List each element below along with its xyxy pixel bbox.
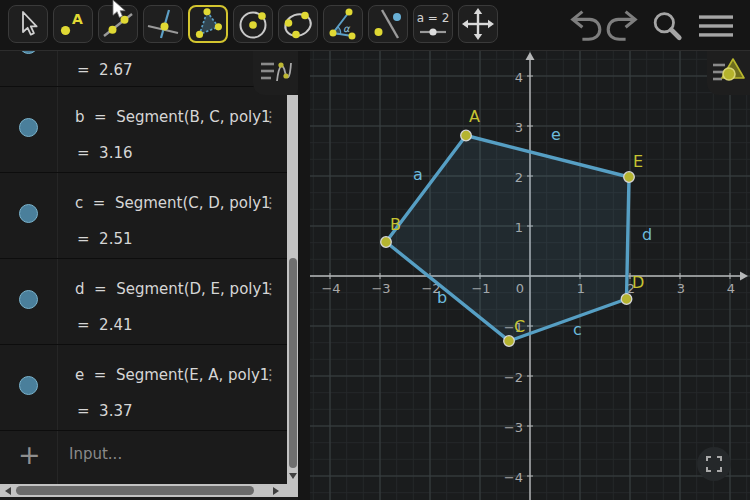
edge-label-d: d	[642, 225, 652, 244]
graphics-stylebar-button[interactable]	[707, 51, 750, 95]
algebra-row-d[interactable]: d = Segment(D, E, poly1 ⋮ = 2.41	[0, 259, 298, 345]
algebra-input[interactable]	[67, 444, 261, 464]
line-icon	[99, 6, 137, 42]
vertex-label-E: E	[633, 152, 643, 171]
value-a: = 2.67	[77, 61, 133, 79]
visibility-toggle-a[interactable]	[19, 51, 38, 54]
search-button[interactable]	[651, 9, 683, 43]
visibility-cell	[0, 87, 58, 172]
algebra-input-row[interactable]: +	[0, 431, 298, 484]
vertex-point-A[interactable]	[461, 130, 472, 141]
reflect-line-icon	[369, 6, 407, 42]
circle-center-point-icon	[234, 6, 272, 42]
item-menu-icon[interactable]: ⋮	[263, 194, 278, 212]
expression-cell	[58, 431, 298, 484]
graph-canvas[interactable]: −4−3−2−11234−4−3−2−112340abcdeABCDE	[310, 51, 750, 500]
x-tick-label: −4	[321, 281, 340, 296]
polygon-icon	[190, 7, 226, 41]
edge-label-a: a	[413, 165, 423, 184]
hamburger-menu-icon	[699, 14, 733, 38]
y-tick-label: −2	[504, 370, 523, 385]
vertex-point-D[interactable]	[621, 294, 632, 305]
toolbar: A	[0, 0, 750, 51]
definition-c: c = Segment(C, D, poly1	[75, 194, 271, 212]
definition-b: b = Segment(B, C, poly1	[75, 108, 271, 126]
definition-d: d = Segment(D, E, poly1	[75, 280, 271, 298]
scroll-left-arrow-icon[interactable]	[5, 487, 11, 495]
fullscreen-icon	[706, 456, 722, 472]
item-menu-icon[interactable]: ⋮	[263, 108, 278, 126]
y-tick-label: −3	[504, 420, 523, 435]
angle-icon: α	[324, 6, 362, 42]
algebra-row-c[interactable]: c = Segment(C, D, poly1 ⋮ = 2.51	[0, 173, 298, 259]
redo-icon	[604, 9, 640, 43]
x-tick-label: −3	[371, 281, 390, 296]
horizontal-scrollbar[interactable]	[0, 484, 298, 497]
algebra-style-icon	[253, 51, 298, 95]
tool-reflect-button[interactable]	[368, 5, 408, 43]
tool-line-button[interactable]	[98, 5, 138, 43]
tool-slider-button[interactable]: a = 2	[413, 5, 453, 43]
tool-point-button[interactable]: A	[53, 5, 93, 43]
fullscreen-button[interactable]	[697, 447, 731, 481]
menu-button[interactable]	[699, 14, 733, 38]
vertex-label-A: A	[469, 107, 480, 126]
slider-icon: a = 2	[414, 6, 452, 42]
tool-pan-button[interactable]	[458, 5, 498, 43]
value-e: = 3.37	[77, 402, 133, 420]
expression-cell: c = Segment(C, D, poly1 ⋮ = 2.51	[58, 173, 298, 258]
vertex-label-D: D	[632, 273, 644, 292]
pan-arrows-icon	[459, 6, 497, 42]
visibility-toggle-c[interactable]	[19, 204, 38, 223]
expression-cell: e = Segment(E, A, poly1 ⋮ = 3.37	[58, 345, 298, 430]
visibility-toggle-d[interactable]	[19, 290, 38, 309]
y-tick-label: 4	[515, 70, 523, 85]
visibility-cell	[0, 173, 58, 258]
algebra-row-e[interactable]: e = Segment(E, A, poly1 ⋮ = 3.37	[0, 345, 298, 431]
algebra-panel: = 2.67 b = Segment(B, C, poly1 ⋮ = 3.16 …	[0, 51, 298, 500]
vertex-point-B[interactable]	[381, 237, 392, 248]
point-icon-label: A	[72, 11, 83, 27]
edge-label-c: c	[573, 320, 582, 339]
algebra-row-b[interactable]: b = Segment(B, C, poly1 ⋮ = 3.16	[0, 87, 298, 173]
visibility-toggle-b[interactable]	[19, 118, 38, 137]
conic-through-points-icon	[279, 6, 317, 42]
undo-button[interactable]	[568, 9, 604, 43]
tool-angle-button[interactable]: α	[323, 5, 363, 43]
vertex-point-E[interactable]	[624, 172, 635, 183]
value-d: = 2.41	[77, 316, 133, 334]
tool-intersect-button[interactable]	[143, 5, 183, 43]
vertex-label-B: B	[390, 215, 401, 234]
y-tick-label: 3	[515, 120, 523, 135]
scroll-right-arrow-icon[interactable]	[273, 487, 279, 495]
edge-label-b: b	[437, 288, 447, 307]
x-tick-label: 4	[727, 281, 735, 296]
vertical-scrollbar-thumb[interactable]	[289, 258, 297, 468]
item-menu-icon[interactable]: ⋮	[263, 280, 278, 298]
visibility-cell	[0, 51, 58, 86]
scroll-down-arrow-icon[interactable]	[289, 473, 297, 479]
y-tick-label: −4	[504, 470, 523, 485]
tool-move-button[interactable]	[8, 5, 48, 43]
point-icon: A	[54, 6, 92, 42]
value-c: = 2.51	[77, 230, 133, 248]
redo-button[interactable]	[604, 9, 640, 43]
cursor-arrow-icon	[9, 6, 47, 42]
algebra-stylebar-button[interactable]	[253, 51, 298, 95]
visibility-toggle-e[interactable]	[19, 376, 38, 395]
expression-cell: d = Segment(D, E, poly1 ⋮ = 2.41	[58, 259, 298, 344]
item-menu-icon[interactable]: ⋮	[263, 366, 278, 384]
tool-polygon-button[interactable]	[188, 5, 228, 43]
undo-icon	[568, 9, 604, 43]
vertex-point-C[interactable]	[504, 336, 515, 347]
graphics-view: −4−3−2−11234−4−3−2−112340abcdeABCDE	[310, 51, 750, 500]
vertex-label-C: C	[514, 317, 525, 336]
tool-circle-button[interactable]	[233, 5, 273, 43]
vertical-scrollbar[interactable]	[287, 95, 298, 484]
horizontal-scrollbar-thumb[interactable]	[16, 486, 254, 495]
search-icon	[651, 9, 683, 43]
visibility-cell	[0, 259, 58, 344]
intersect-lines-icon	[144, 6, 182, 42]
tool-conic-button[interactable]	[278, 5, 318, 43]
visibility-cell	[0, 345, 58, 430]
